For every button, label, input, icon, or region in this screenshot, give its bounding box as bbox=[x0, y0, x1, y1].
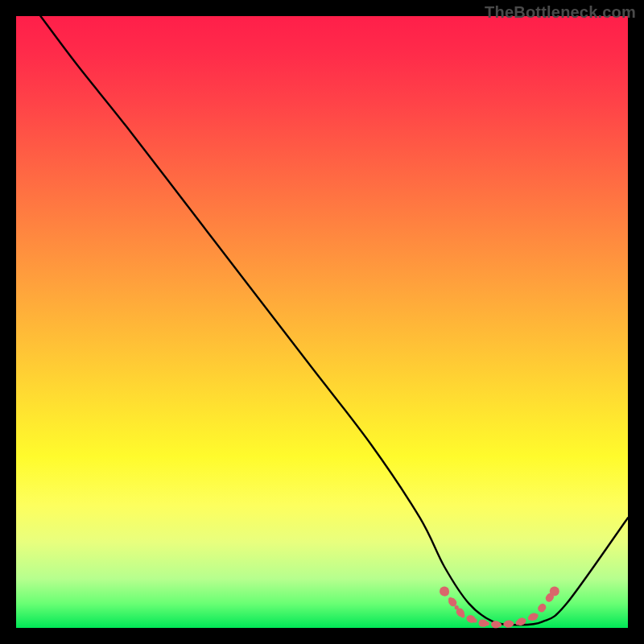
optimal-zone-dot bbox=[516, 621, 520, 625]
optimal-zone-dot bbox=[534, 613, 538, 617]
optimal-zone-dot bbox=[460, 613, 464, 617]
optimal-zone-dot bbox=[485, 621, 489, 625]
bottleneck-curve bbox=[40, 16, 628, 625]
optimal-zone-dot bbox=[448, 597, 452, 601]
optimal-zone-dot bbox=[522, 618, 526, 622]
curve-layer bbox=[16, 16, 628, 628]
optimal-zone-dot bbox=[479, 621, 483, 625]
optimal-zone-dot bbox=[510, 621, 514, 625]
optimal-zone-dot bbox=[473, 618, 477, 622]
optimal-zone-dot bbox=[467, 616, 471, 620]
plot-area bbox=[16, 16, 628, 628]
optimal-zone-dot bbox=[503, 622, 507, 626]
optimal-zone-dash bbox=[444, 591, 555, 625]
optimal-zone-dot bbox=[540, 605, 544, 609]
optimal-zone-dot bbox=[497, 623, 502, 627]
optimal-zone-dot bbox=[528, 616, 532, 620]
optimal-zone-endpoint bbox=[550, 586, 559, 596]
optimal-zone-endpoint bbox=[440, 586, 449, 596]
optimal-zone-dot bbox=[491, 622, 495, 626]
watermark-label: TheBottleneck.com bbox=[485, 3, 636, 22]
optimal-zone bbox=[440, 586, 559, 626]
chart-frame: TheBottleneck.com bbox=[0, 0, 644, 644]
optimal-zone-dot bbox=[547, 597, 551, 601]
optimal-zone-dot bbox=[455, 605, 459, 609]
